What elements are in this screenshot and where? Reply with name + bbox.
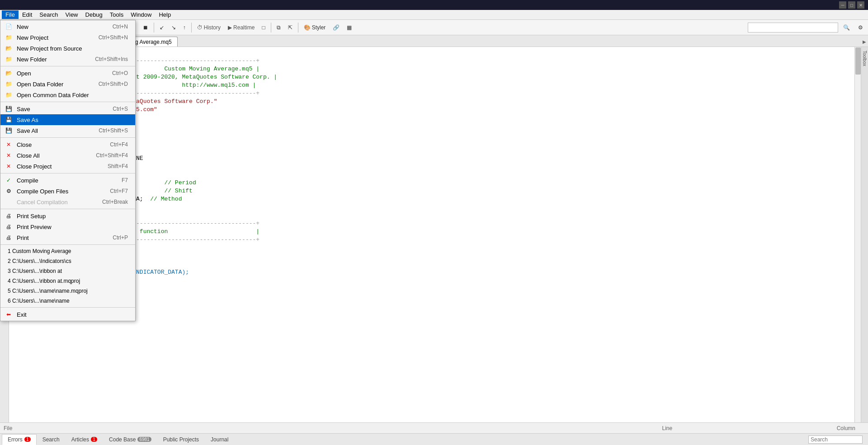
compile-open-shortcut: Ctrl+F7 (110, 188, 128, 194)
menu-item-open-common[interactable]: 📁 Open Common Data Folder (0, 89, 135, 100)
close-chart-button[interactable]: □ (259, 22, 268, 33)
step-over-button[interactable]: ↙ (156, 22, 167, 33)
sep4 (0, 173, 135, 173)
menu-item-save-all[interactable]: 💾 Save All Ctrl+Shift+S (0, 125, 135, 136)
menu-tools[interactable]: Tools (106, 10, 127, 19)
step-in-button[interactable]: ↘ (168, 22, 179, 33)
dropdown-menu: 📄 New Ctrl+N 📁 New Project Ctrl+Shift+N … (0, 20, 136, 321)
bottom-tab-search[interactable]: Search (37, 434, 66, 445)
link-button[interactable]: 🔗 (330, 22, 343, 33)
menu-item-close-project[interactable]: ✕ Close Project Shift+F4 (0, 161, 135, 172)
menu-item-print[interactable]: 🖨 Print Ctrl+P (0, 232, 135, 243)
compile-open-icon: ⚙ (4, 188, 13, 194)
codebase-label: Code Base (109, 436, 136, 443)
scrollbar-thumb[interactable] (855, 47, 861, 75)
recent-3[interactable]: 3 C:\Users\...\ribbon at (0, 266, 135, 276)
bottom-tab-errors[interactable]: Errors 1 (2, 434, 37, 445)
open-data-shortcut: Ctrl+Shift+D (99, 81, 128, 87)
close-project-label: Close Project (17, 163, 52, 170)
menu-item-compile[interactable]: ✓ Compile F7 (0, 175, 135, 186)
menu-debug[interactable]: Debug (82, 10, 106, 19)
bottom-tab-codebase[interactable]: Code Base 6981 (103, 434, 157, 445)
file-status: File (4, 425, 498, 431)
toolbox-panel: Toolbox (861, 47, 868, 422)
history-icon: ⏱ (197, 24, 203, 31)
realtime-button[interactable]: ▶ Realtime (225, 22, 258, 33)
bottom-tab-journal[interactable]: Journal (205, 434, 234, 445)
recent-4[interactable]: 4 C:\Users\...\ribbon at.mqproj (0, 276, 135, 286)
search-icon-button[interactable]: 🔍 (840, 22, 853, 33)
menu-item-open-data[interactable]: 📁 Open Data Folder Ctrl+Shift+D (0, 79, 135, 89)
menu-item-print-preview[interactable]: 🖨 Print Preview (0, 221, 135, 232)
toolbar-sep5 (191, 23, 192, 33)
close-button[interactable]: ✕ (857, 1, 864, 9)
print-setup-icon: 🖨 (4, 213, 13, 219)
new-project-label: New Project (17, 34, 48, 41)
recent-5[interactable]: 5 C:\Users\...\name\name.mqproj (0, 286, 135, 296)
toolbar-right: 🔍 ⚙ (748, 22, 866, 33)
menu-item-open[interactable]: 📂 Open Ctrl+O (0, 68, 135, 79)
bottom-tab-articles[interactable]: Articles 1 (66, 434, 103, 445)
code-editor[interactable]: //+-------------------------------------… (9, 47, 854, 422)
toolbox-label[interactable]: Toolbox (862, 51, 867, 66)
menu-item-close-all[interactable]: ✕ Close All Ctrl+Shift+F4 (0, 150, 135, 161)
toolbar-sep4 (154, 23, 154, 33)
toolbar-sep7 (298, 23, 298, 33)
save-shortcut: Ctrl+S (113, 106, 128, 112)
menu-item-new-project[interactable]: 📁 New Project Ctrl+Shift+N (0, 32, 135, 43)
recent-2[interactable]: 2 C:\Users\...\Indicators\cs (0, 256, 135, 266)
recent-6[interactable]: 6 C:\Users\...\name\name (0, 296, 135, 306)
bottom-search-bar (805, 436, 866, 444)
close-all-icon: ✕ (4, 152, 13, 159)
styler-button[interactable]: 🎨 Styler (301, 22, 329, 33)
public-label: Public Projects (163, 436, 199, 443)
print-preview-icon: 🖨 (4, 224, 13, 230)
menu-item-new-project-source[interactable]: 📂 New Project from Source (0, 43, 135, 54)
close-label: Close (17, 141, 32, 148)
open-common-label: Open Common Data Folder (17, 92, 89, 98)
save-all-label: Save All (17, 127, 38, 134)
menu-item-save-as[interactable]: 💾 Save As (0, 114, 135, 125)
open-common-icon: 📁 (4, 92, 13, 98)
close-all-shortcut: Ctrl+Shift+F4 (96, 152, 128, 159)
menu-help[interactable]: Help (155, 10, 175, 19)
bottom-search-input[interactable] (808, 436, 863, 444)
menu-window[interactable]: Window (127, 10, 155, 19)
history-button[interactable]: ⏱ History (194, 22, 224, 33)
menu-file[interactable]: File (2, 10, 19, 19)
menu-edit[interactable]: Edit (19, 10, 36, 19)
menu-item-save[interactable]: 💾 Save Ctrl+S (0, 103, 135, 114)
open-icon: 📂 (4, 70, 13, 76)
compile-menu-icon: ✓ (4, 177, 13, 183)
title-bar-controls: ─ □ ✕ (839, 1, 864, 9)
menu-item-new[interactable]: 📄 New Ctrl+N (0, 21, 135, 32)
detach-button[interactable]: ⇱ (285, 22, 296, 33)
restore-button[interactable]: □ (848, 1, 855, 9)
tabs-scroll-right[interactable]: ▶ (861, 37, 868, 47)
step-out-button[interactable]: ↑ (180, 22, 189, 33)
recent-1[interactable]: 1 Custom Moving Average (0, 246, 135, 256)
menu-item-compile-open[interactable]: ⚙ Compile Open Files Ctrl+F7 (0, 186, 135, 197)
copy-button[interactable]: ⧉ (274, 22, 284, 33)
new-icon: 📄 (4, 23, 13, 30)
menu-item-print-setup[interactable]: 🖨 Print Setup (0, 211, 135, 221)
menu-view[interactable]: View (62, 10, 82, 19)
bottom-tab-public[interactable]: Public Projects (157, 434, 205, 445)
menu-item-cancel-compile: Cancel Compilation Ctrl+Break (0, 197, 135, 207)
cancel-compile-label: Cancel Compilation (17, 199, 68, 206)
settings-icon-button[interactable]: ⚙ (855, 22, 866, 33)
stop-button[interactable]: ⏹ (140, 22, 151, 33)
menu-item-new-folder[interactable]: 📁 New Folder Ctrl+Shift+Ins (0, 54, 135, 65)
menu-item-exit[interactable]: ⬅ Exit (0, 309, 135, 320)
close-project-shortcut: Shift+F4 (108, 163, 128, 169)
vertical-scrollbar[interactable] (854, 47, 861, 422)
new-project-source-label: New Project from Source (17, 45, 82, 52)
minimize-button[interactable]: ─ (839, 1, 846, 9)
menu-item-close[interactable]: ✕ Close Ctrl+F4 (0, 139, 135, 150)
recent-4-label: 4 C:\Users\...\ribbon at.mqproj (8, 278, 80, 284)
toolbar-search-input[interactable] (748, 23, 838, 33)
compile-open-label: Compile Open Files (17, 188, 68, 195)
menu-search[interactable]: Search (36, 10, 61, 19)
codebase-badge: 6981 (137, 437, 151, 442)
grid-button[interactable]: ▦ (344, 22, 355, 33)
